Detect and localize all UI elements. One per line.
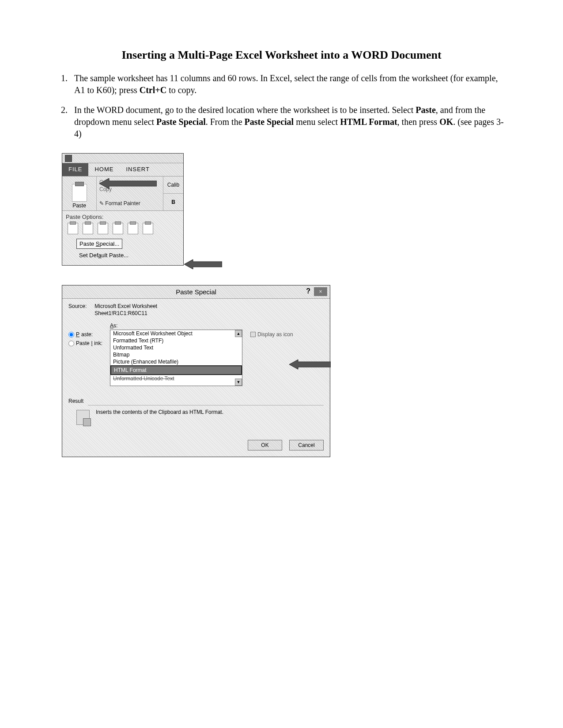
paste-button[interactable]: Paste [62, 176, 97, 210]
display-as-icon-checkbox[interactable]: Display as icon [250, 330, 293, 338]
result-text: Inserts the contents of the Clipboard as… [96, 409, 223, 415]
clipboard-commands: Cut Copy ✎ Format Painter [97, 176, 163, 210]
result-section: Result Inserts the contents of the Clipb… [68, 398, 324, 425]
step-2-g: menu select [294, 117, 340, 127]
step-1: The sample worksheet has 11 columns and … [70, 72, 506, 96]
paste-dropdown: Paste Options: Paste Special... Set Defa… [62, 211, 183, 265]
step-list: The sample worksheet has 11 columns and … [57, 72, 506, 140]
source-value: Microsoft Excel Worksheet [94, 303, 157, 309]
word-ribbon-figure: FILE HOME INSERT Paste Cut Copy ✎ Format… [62, 153, 184, 266]
scroll-down-button[interactable]: ▼ [235, 379, 242, 386]
step-2-j: OK [439, 117, 453, 127]
step-2: In the WORD document, go to the desired … [70, 104, 506, 140]
result-label: Result [68, 398, 83, 404]
step-2-d: Paste Special [156, 117, 206, 127]
font-name-box[interactable]: Calib [163, 176, 183, 194]
radio-paste[interactable]: Paste: [68, 331, 106, 338]
arrow-icon [289, 359, 331, 370]
source-row: Source: Microsoft Excel Worksheet [68, 303, 324, 309]
dialog-title: Paste Special [176, 288, 216, 296]
ok-button[interactable]: OK [248, 440, 282, 450]
step-2-e: . From the [206, 117, 245, 127]
list-item-selected[interactable]: HTML Format [110, 365, 242, 375]
font-group-fragment: Calib B [163, 176, 183, 210]
ribbon-tabs: FILE HOME INSERT [62, 163, 183, 176]
paste-special-menuitem[interactable]: Paste Special... [76, 239, 122, 249]
ribbon-clipboard-group: Paste Cut Copy ✎ Format Painter Calib B [62, 176, 183, 211]
paste-option-icon[interactable] [128, 223, 138, 234]
radio-paste-input[interactable] [68, 332, 74, 338]
paste-option-icon[interactable] [143, 223, 153, 234]
list-item[interactable]: Unformatted Text [110, 344, 242, 351]
list-item[interactable]: Formatted Text (RTF) [110, 337, 242, 344]
bold-button[interactable]: B [163, 194, 183, 210]
tab-insert[interactable]: INSERT [120, 163, 155, 176]
checkbox-icon [250, 332, 256, 337]
close-button[interactable]: × [314, 287, 327, 296]
quick-access-toolbar [62, 154, 183, 163]
format-painter-button[interactable]: ✎ Format Painter [99, 200, 160, 206]
list-item[interactable]: Unformatted Unicode Text [110, 375, 242, 382]
display-as-icon-label: Display as icon [257, 331, 293, 338]
list-item[interactable]: Picture (Enhanced Metafile) [110, 358, 242, 365]
paste-label: Paste [72, 203, 86, 209]
paste-option-icon[interactable] [83, 223, 93, 234]
radio-paste-link[interactable]: Paste link: [68, 340, 106, 346]
paste-options-label: Paste Options: [66, 214, 180, 220]
step-2-h: HTML Format [340, 117, 397, 127]
page-title: Inserting a Multi-Page Excel Worksheet i… [57, 49, 506, 62]
dialog-body: Source: Microsoft Excel Worksheet Sheet1… [62, 299, 330, 457]
tab-file[interactable]: FILE [62, 163, 88, 176]
tab-home[interactable]: HOME [88, 163, 120, 176]
format-listbox[interactable]: Microsoft Excel Worksheet Object Formatt… [110, 330, 242, 386]
help-button[interactable]: ? [306, 287, 310, 295]
source-range: Sheet1!R1C1:R60C11 [94, 310, 147, 316]
arrow-icon [184, 259, 222, 270]
svg-marker-0 [99, 178, 157, 189]
source-label: Source: [68, 303, 93, 309]
step-2-b: Paste [416, 105, 436, 115]
radio-paste-link-input[interactable] [68, 341, 74, 346]
step-2-i: , then press [397, 117, 440, 127]
set-default-paste-menuitem[interactable]: Set Default Paste... [76, 251, 169, 260]
as-label: As: [110, 323, 324, 329]
paste-option-icon[interactable] [98, 223, 108, 234]
step-2-f: Paste Special [245, 117, 294, 127]
step-1-key: Ctrl+C [140, 85, 166, 95]
list-item[interactable]: Microsoft Excel Worksheet Object [110, 330, 242, 337]
dialog-buttons: OK Cancel [68, 440, 324, 450]
step-1-tail: to copy. [166, 85, 196, 95]
source-row-2: Sheet1!R1C1:R60C11 [68, 310, 324, 316]
word-app-icon [65, 155, 72, 162]
paste-mode-radios: Paste: Paste link: [68, 330, 106, 349]
step-1-text: The sample worksheet has 11 columns and … [74, 73, 498, 95]
paste-icon [72, 184, 87, 202]
paste-option-icons [68, 223, 178, 234]
paste-special-dialog: Paste Special ? × Source: Microsoft Exce… [62, 285, 330, 457]
dialog-titlebar: Paste Special ? × [62, 285, 330, 299]
list-item[interactable]: Bitmap [110, 351, 242, 358]
arrow-icon [99, 177, 157, 190]
cancel-button[interactable]: Cancel [289, 440, 324, 450]
svg-marker-1 [184, 259, 222, 269]
clipboard-icon [76, 410, 90, 425]
scroll-up-button[interactable]: ▲ [235, 330, 242, 337]
format-painter-label: Format Painter [105, 200, 140, 206]
step-2-a: In the WORD document, go to the desired … [74, 105, 416, 115]
svg-marker-2 [289, 360, 331, 369]
paste-option-icon[interactable] [68, 223, 78, 234]
paste-option-icon[interactable] [113, 223, 123, 234]
